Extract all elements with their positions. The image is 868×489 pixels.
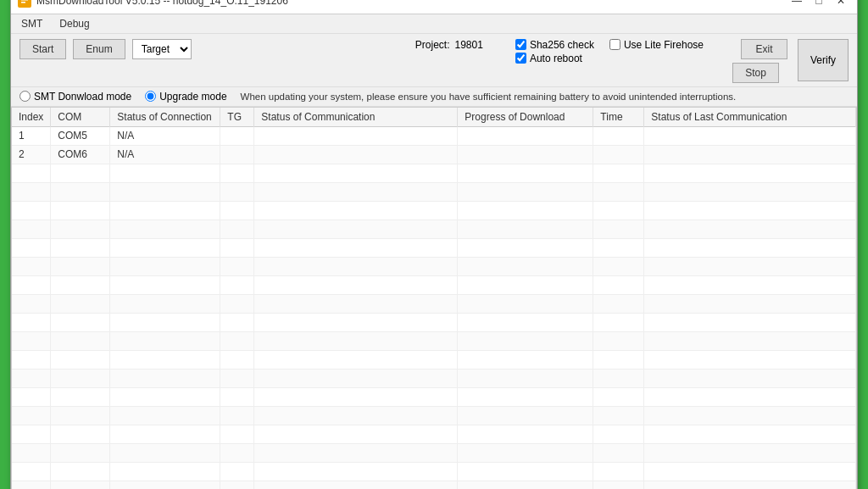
exit-button[interactable]: Exit [741, 39, 787, 59]
main-window: MsmDownloadTool V5.0.15 -- hotdog_14_O.1… [10, 0, 858, 489]
title-bar: MsmDownloadTool V5.0.15 -- hotdog_14_O.1… [11, 0, 857, 14]
cell-empty [12, 369, 51, 387]
header-time: Time [593, 108, 644, 127]
cell-empty [12, 443, 51, 462]
cell-empty [12, 164, 51, 182]
cell-empty [12, 313, 51, 331]
header-status-comm: Status of Communication [254, 108, 458, 127]
cell-progress [458, 126, 593, 145]
table-body: 1 COM5 N/A 2 COM6 N/A [12, 126, 856, 489]
header-index: Index [12, 108, 51, 127]
auto-reboot-checkbox[interactable] [515, 53, 526, 64]
menu-smt[interactable]: SMT [18, 16, 46, 31]
upgrade-mode-radio[interactable] [145, 91, 156, 102]
cell-empty [12, 331, 51, 350]
project-section: Project: 19801 [415, 39, 483, 51]
start-button[interactable]: Start [19, 39, 66, 59]
cell-status-comm [254, 145, 458, 164]
cell-progress [458, 145, 593, 164]
header-com: COM [51, 108, 110, 127]
svg-rect-2 [21, 2, 25, 3]
table-row-empty [12, 219, 856, 238]
cell-empty [12, 350, 51, 369]
cell-empty [12, 257, 51, 275]
cell-empty [12, 481, 51, 489]
table-row-empty [12, 387, 856, 406]
table-row-empty [12, 462, 856, 481]
notice-text: When updating your system, please ensure… [241, 92, 737, 102]
toolbar: Start Enum Target Project: 19801 Sha256 … [11, 34, 857, 87]
header-last-comm: Status of Last Communication [644, 108, 856, 127]
cell-time [593, 145, 644, 164]
enum-button[interactable]: Enum [73, 39, 125, 59]
sha256-checkbox[interactable] [515, 39, 526, 50]
mode-bar: SMT Donwload mode Upgrade mode When upda… [11, 87, 857, 107]
table-row-empty [12, 425, 856, 443]
table-row-empty [12, 331, 856, 350]
svg-rect-1 [21, 0, 28, 1]
table-row-empty [12, 182, 856, 201]
sha256-row: Sha256 check [515, 39, 594, 51]
header-status-conn: Status of Connection [110, 108, 220, 127]
checkboxes-section: Sha256 check Auto reboot [515, 39, 594, 64]
cell-last-comm [644, 145, 856, 164]
cell-tg [220, 126, 254, 145]
smt-mode-row: SMT Donwload mode [19, 91, 131, 103]
verify-button[interactable]: Verify [798, 39, 849, 81]
table-row-empty [12, 369, 856, 387]
data-table: Index COM Status of Connection TG Status… [12, 108, 856, 490]
header-progress: Progress of Download [458, 108, 593, 127]
cell-empty [12, 387, 51, 406]
stop-button[interactable]: Stop [732, 63, 779, 83]
cell-status-conn: N/A [110, 126, 220, 145]
smt-mode-radio[interactable] [19, 91, 31, 102]
title-bar-left: MsmDownloadTool V5.0.15 -- hotdog_14_O.1… [18, 0, 288, 8]
project-value: 19801 [455, 39, 483, 51]
exit-stop-section: Exit Stop [724, 39, 787, 83]
cell-status-comm [254, 126, 458, 145]
cell-empty [12, 219, 51, 238]
cell-com: COM6 [51, 145, 110, 164]
table-row-empty [12, 164, 856, 182]
sha256-label: Sha256 check [530, 39, 594, 51]
cell-com: COM5 [51, 126, 110, 145]
table-row-empty [12, 350, 856, 369]
table-row-empty [12, 313, 856, 331]
window-controls: — □ ✕ [787, 0, 850, 10]
cell-empty [12, 275, 51, 294]
cell-empty [12, 462, 51, 481]
table-row-empty [12, 238, 856, 257]
cell-empty [12, 406, 51, 425]
app-icon [18, 0, 31, 8]
table-row-empty [12, 257, 856, 275]
table-row-empty [12, 275, 856, 294]
target-select[interactable]: Target [132, 39, 192, 59]
cell-last-comm [644, 126, 856, 145]
upgrade-mode-label: Upgrade mode [159, 91, 226, 103]
cell-empty [12, 238, 51, 257]
cell-empty [12, 182, 51, 201]
cell-tg [220, 145, 254, 164]
lite-firehose-label: Use Lite Firehose [624, 39, 704, 51]
minimize-button[interactable]: — [787, 0, 806, 10]
menu-debug[interactable]: Debug [56, 16, 92, 31]
table-row: 1 COM5 N/A [12, 126, 856, 145]
header-tg: TG [220, 108, 254, 127]
cell-index: 2 [12, 145, 51, 164]
table-row-empty [12, 443, 856, 462]
cell-time [593, 126, 644, 145]
cell-empty [12, 425, 51, 443]
table-row: 2 COM6 N/A [12, 145, 856, 164]
close-button[interactable]: ✕ [832, 0, 850, 10]
smt-mode-label: SMT Donwload mode [34, 91, 131, 103]
toolbar-buttons: Start Enum Target [19, 39, 192, 59]
menu-bar: SMT Debug [11, 14, 857, 34]
table-row-empty [12, 201, 856, 219]
lite-firehose-section: Use Lite Firehose [609, 39, 704, 51]
auto-reboot-label: Auto reboot [530, 53, 582, 64]
lite-firehose-row: Use Lite Firehose [609, 39, 704, 51]
cell-status-conn: N/A [110, 145, 220, 164]
project-label: Project: [415, 39, 450, 51]
lite-firehose-checkbox[interactable] [609, 39, 620, 50]
maximize-button[interactable]: □ [810, 0, 828, 10]
